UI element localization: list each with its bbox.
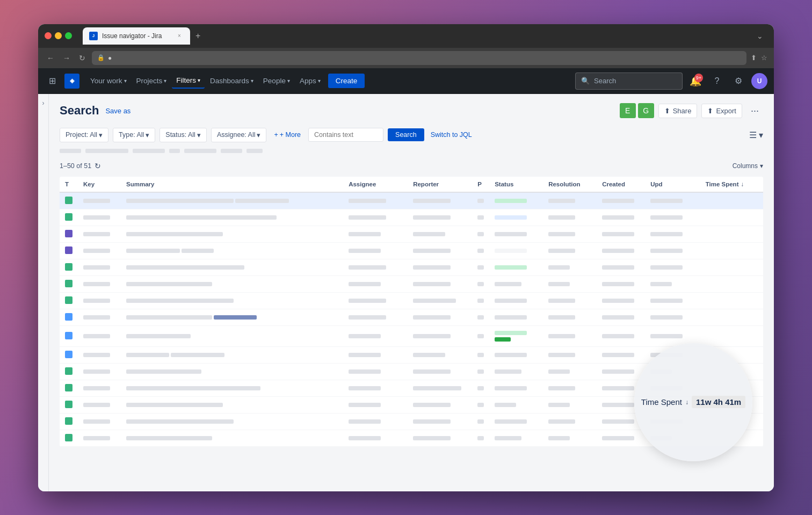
- list-view-icon[interactable]: ☰: [749, 130, 757, 140]
- more-filters-button[interactable]: + + More: [271, 128, 304, 141]
- nav-items: Your work ▾ Projects ▾ Filters ▾ Dashboa…: [86, 73, 365, 89]
- table-row[interactable]: [60, 242, 763, 259]
- th-priority[interactable]: P: [472, 177, 489, 192]
- updated-cell: [650, 199, 683, 203]
- settings-button[interactable]: ⚙: [730, 72, 747, 90]
- th-key[interactable]: Key: [78, 177, 121, 192]
- contains-text-input[interactable]: [308, 128, 383, 142]
- maximize-button[interactable]: [65, 32, 72, 39]
- your-work-nav[interactable]: Your work ▾: [86, 74, 131, 88]
- table-row[interactable]: [60, 226, 763, 242]
- th-type[interactable]: T: [60, 177, 78, 192]
- th-status[interactable]: Status: [489, 177, 543, 192]
- new-tab-button[interactable]: +: [195, 31, 200, 41]
- user-avatar[interactable]: U: [751, 73, 767, 89]
- app-grid-icon[interactable]: ⊞: [45, 71, 60, 90]
- projects-nav[interactable]: Projects ▾: [132, 74, 171, 88]
- more-filters-label: + More: [280, 131, 301, 139]
- apps-nav[interactable]: Apps ▾: [295, 74, 325, 88]
- notif-count-badge: 9+: [694, 74, 703, 82]
- refresh-count-icon[interactable]: ↻: [95, 162, 101, 170]
- excel-export-button[interactable]: E: [620, 103, 636, 118]
- search-button[interactable]: Search: [388, 128, 424, 141]
- share-icon[interactable]: ⬆: [751, 54, 757, 62]
- notification-button[interactable]: 🔔 9+: [687, 72, 704, 90]
- th-updated[interactable]: Upd: [645, 177, 700, 192]
- table-header: T Key Summary Assignee Reporter P Status…: [60, 177, 763, 192]
- jql-link[interactable]: Switch to JQL: [431, 131, 472, 139]
- th-summary[interactable]: Summary: [121, 177, 343, 192]
- search-placeholder: Search: [594, 77, 616, 85]
- save-as-link[interactable]: Save as: [105, 107, 130, 115]
- browser-window: J Issue navigator - Jira × + ⌄ ← → ↻ 🔒 ●…: [38, 24, 774, 491]
- table-row[interactable]: [60, 275, 763, 292]
- table-row[interactable]: [60, 192, 763, 209]
- time-spent-column-label: Time Spent: [641, 397, 682, 407]
- results-info: 1–50 of 51 ↻ Columns ▾: [60, 162, 763, 170]
- jira-topnav: ⊞ ◈ Your work ▾ Projects ▾ Filters ▾ D: [38, 68, 774, 94]
- window-controls: ⌄: [752, 32, 767, 40]
- nav-right: 🔍 Search 🔔 9+ ? ⚙ U: [575, 72, 767, 90]
- assignee-cell: [349, 199, 386, 203]
- share-button[interactable]: ⬆ Share: [658, 104, 698, 118]
- projects-chevron: ▾: [164, 78, 166, 84]
- filter-tag-4: [169, 149, 180, 153]
- forward-button[interactable]: →: [61, 52, 73, 64]
- browser-chrome: J Issue navigator - Jira × + ⌄: [38, 24, 774, 48]
- close-button[interactable]: [45, 32, 52, 39]
- count-text: 1–50 of 51: [60, 162, 91, 170]
- tab-close-button[interactable]: ×: [175, 32, 184, 40]
- global-search-box[interactable]: 🔍 Search: [575, 72, 683, 90]
- nav-right-actions: ⬆ ☆: [751, 54, 767, 62]
- back-button[interactable]: ←: [45, 52, 56, 64]
- issue-type-icon: [65, 296, 73, 304]
- create-button[interactable]: Create: [328, 74, 365, 88]
- jira-tab-icon: J: [89, 32, 98, 40]
- browser-tab-active[interactable]: J Issue navigator - Jira ×: [83, 27, 190, 45]
- view-chevron-icon[interactable]: ▾: [759, 130, 763, 140]
- csv-export-button[interactable]: G: [638, 103, 654, 118]
- filters-nav[interactable]: Filters ▾: [172, 73, 205, 89]
- time-spent-value: 11w 4h 41m: [692, 396, 745, 408]
- columns-label: Columns: [733, 162, 758, 170]
- reporter-cell: [413, 199, 451, 203]
- address-bar[interactable]: 🔒 ●: [92, 51, 746, 65]
- columns-button[interactable]: Columns ▾: [733, 162, 763, 170]
- th-created[interactable]: Created: [597, 177, 645, 192]
- filter-tags-row: [60, 149, 763, 153]
- sidebar-toggle[interactable]: ›: [38, 94, 49, 491]
- th-time-spent[interactable]: Time Spent ↓: [700, 177, 763, 192]
- avatar-initials: U: [757, 77, 762, 85]
- more-options-button[interactable]: ···: [746, 103, 763, 119]
- th-resolution[interactable]: Resolution: [543, 177, 597, 192]
- table-row[interactable]: [60, 209, 763, 226]
- people-nav[interactable]: People ▾: [259, 74, 294, 88]
- help-button[interactable]: ?: [708, 72, 726, 90]
- jira-logo[interactable]: ◈: [64, 74, 79, 89]
- type-filter[interactable]: Type: All ▾: [113, 128, 155, 142]
- th-reporter[interactable]: Reporter: [408, 177, 472, 192]
- status-filter[interactable]: Status: All ▾: [160, 128, 207, 142]
- tooltip-circle: Time Spent ↓ 11w 4h 41m: [634, 343, 752, 461]
- table-row[interactable]: [60, 309, 763, 325]
- dashboards-nav[interactable]: Dashboards ▾: [206, 74, 258, 88]
- export-button[interactable]: ⬆ Export: [701, 104, 742, 118]
- assignee-filter[interactable]: Assignee: All ▾: [211, 128, 267, 142]
- issue-type-icon: [65, 367, 73, 375]
- assignee-filter-chevron: ▾: [257, 131, 260, 139]
- minimize-button[interactable]: [55, 32, 62, 39]
- refresh-button[interactable]: ↻: [77, 52, 88, 64]
- project-filter-label: Project: All: [66, 131, 97, 139]
- dashboards-label: Dashboards: [210, 77, 249, 85]
- project-filter[interactable]: Project: All ▾: [60, 128, 108, 142]
- issue-type-icon: [65, 230, 73, 237]
- table-row[interactable]: [60, 259, 763, 275]
- th-assignee[interactable]: Assignee: [343, 177, 408, 192]
- logo-text: ◈: [70, 77, 74, 84]
- star-icon[interactable]: ☆: [761, 54, 767, 62]
- view-options[interactable]: ☰ ▾: [749, 130, 763, 140]
- your-work-label: Your work: [90, 77, 122, 85]
- table-row[interactable]: [60, 292, 763, 309]
- issue-type-icon: [65, 332, 73, 339]
- filter-tag-3: [133, 149, 165, 153]
